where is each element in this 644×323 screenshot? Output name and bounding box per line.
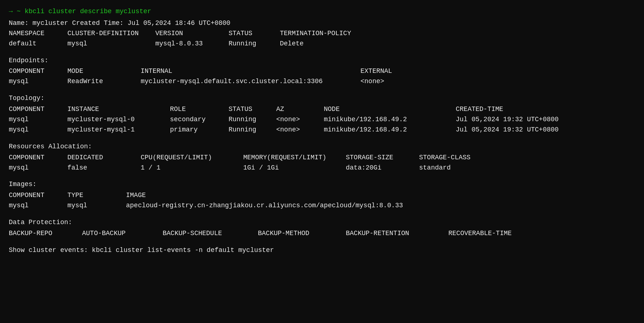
val-rs-storagesize: data:20Gi xyxy=(346,163,419,173)
data-protection-table-headers: BACKUP-REPO AUTO-BACKUP BACKUP-SCHEDULE … xyxy=(9,229,635,239)
col-tp-component-header: COMPONENT xyxy=(9,104,67,115)
val-tp-status-1: Running xyxy=(229,125,276,135)
col-dp-backupretention-header: BACKUP-RETENTION xyxy=(346,229,448,239)
col-terminationpolicy-header: TERMINATION-POLICY xyxy=(280,29,368,39)
val-status: Running xyxy=(229,39,280,49)
topology-section-label: Topology: xyxy=(9,93,635,104)
val-tp-instance-1: mycluster-mysql-1 xyxy=(67,125,170,135)
val-rs-component: mysql xyxy=(9,163,67,173)
prompt-line: → ~ kbcli cluster describe mycluster xyxy=(9,7,635,17)
col-rs-memory-header: MEMORY(REQUEST/LIMIT) xyxy=(243,153,346,163)
col-namespace-header: NAMESPACE xyxy=(9,29,67,39)
col-tp-role-header: ROLE xyxy=(170,104,229,115)
resources-table-headers: COMPONENT DEDICATED CPU(REQUEST/LIMIT) M… xyxy=(9,153,635,163)
col-tp-instance-header: INSTANCE xyxy=(67,104,170,115)
col-dp-backuprepo-header: BACKUP-REPO xyxy=(9,229,82,239)
resources-section-label: Resources Allocation: xyxy=(9,142,635,152)
val-rs-storageclass: standard xyxy=(419,163,492,173)
col-im-component-header: COMPONENT xyxy=(9,190,67,201)
topology-table-row-0: mysql mycluster-mysql-0 secondary Runnin… xyxy=(9,115,635,125)
resources-table-row: mysql false 1 / 1 1Gi / 1Gi data:20Gi st… xyxy=(9,163,635,173)
endpoints-section-label: Endpoints: xyxy=(9,56,635,66)
col-clusterdef-header: CLUSTER-DEFINITION xyxy=(67,29,155,39)
col-im-image-header: IMAGE xyxy=(126,190,456,201)
val-ep-internal: mycluster-mysql.default.svc.cluster.loca… xyxy=(141,77,360,87)
col-dp-backupmethod-header: BACKUP-METHOD xyxy=(258,229,346,239)
val-tp-role-0: secondary xyxy=(170,115,229,125)
val-im-type: mysql xyxy=(67,201,126,211)
col-ep-external-header: EXTERNAL xyxy=(360,66,434,77)
val-tp-component-1: mysql xyxy=(9,125,67,135)
val-tp-status-0: Running xyxy=(229,115,276,125)
col-rs-storageclass-header: STORAGE-CLASS xyxy=(419,153,492,163)
val-ep-component: mysql xyxy=(9,77,67,87)
val-tp-createdtime-0: Jul 05,2024 19:32 UTC+0800 xyxy=(456,115,580,125)
col-tp-status-header: STATUS xyxy=(229,104,276,115)
val-im-component: mysql xyxy=(9,201,67,211)
col-ep-internal-header: INTERNAL xyxy=(141,66,360,77)
val-ep-external: <none> xyxy=(360,77,434,87)
val-tp-instance-0: mycluster-mysql-0 xyxy=(67,115,170,125)
val-tp-node-1: minikube/192.168.49.2 xyxy=(324,125,456,135)
col-rs-cpu-header: CPU(REQUEST/LIMIT) xyxy=(141,153,243,163)
val-ep-mode: ReadWrite xyxy=(67,77,141,87)
footer-line: Show cluster events: kbcli cluster list-… xyxy=(9,245,635,256)
col-status-header: STATUS xyxy=(229,29,280,39)
cluster-info-line: Name: mycluster Created Time: Jul 05,202… xyxy=(9,18,635,29)
cluster-table-headers: NAMESPACE CLUSTER-DEFINITION VERSION STA… xyxy=(9,29,635,39)
col-rs-storagesize-header: STORAGE-SIZE xyxy=(346,153,419,163)
val-tp-az-0: <none> xyxy=(276,115,324,125)
col-rs-dedicated-header: DEDICATED xyxy=(67,153,141,163)
col-tp-createdtime-header: CREATED-TIME xyxy=(456,104,580,115)
col-dp-backupschedule-header: BACKUP-SCHEDULE xyxy=(163,229,258,239)
val-namespace: default xyxy=(9,39,67,49)
images-table-row: mysql mysql apecloud-registry.cn-zhangji… xyxy=(9,201,635,211)
val-tp-node-0: minikube/192.168.49.2 xyxy=(324,115,456,125)
val-im-image: apecloud-registry.cn-zhangjiakou.cr.aliy… xyxy=(126,201,456,211)
terminal-window: → ~ kbcli cluster describe mycluster Nam… xyxy=(9,7,635,256)
col-dp-autobackup-header: AUTO-BACKUP xyxy=(82,229,163,239)
cluster-table-row: default mysql mysql-8.0.33 Running Delet… xyxy=(9,39,635,49)
val-tp-az-1: <none> xyxy=(276,125,324,135)
images-section-label: Images: xyxy=(9,179,635,190)
val-tp-createdtime-1: Jul 05,2024 19:32 UTC+0800 xyxy=(456,125,580,135)
val-rs-memory: 1Gi / 1Gi xyxy=(243,163,346,173)
topology-table-row-1: mysql mycluster-mysql-1 primary Running … xyxy=(9,125,635,135)
col-tp-node-header: NODE xyxy=(324,104,456,115)
endpoints-table-headers: COMPONENT MODE INTERNAL EXTERNAL xyxy=(9,66,635,77)
col-ep-component-header: COMPONENT xyxy=(9,66,67,77)
val-rs-cpu: 1 / 1 xyxy=(141,163,243,173)
col-version-header: VERSION xyxy=(155,29,229,39)
val-tp-component-0: mysql xyxy=(9,115,67,125)
val-version: mysql-8.0.33 xyxy=(155,39,229,49)
images-table-headers: COMPONENT TYPE IMAGE xyxy=(9,190,635,201)
topology-table-headers: COMPONENT INSTANCE ROLE STATUS AZ NODE C… xyxy=(9,104,635,115)
endpoints-table-row: mysql ReadWrite mycluster-mysql.default.… xyxy=(9,77,635,87)
col-im-type-header: TYPE xyxy=(67,190,126,201)
col-tp-az-header: AZ xyxy=(276,104,324,115)
data-protection-section-label: Data Protection: xyxy=(9,218,635,228)
col-ep-mode-header: MODE xyxy=(67,66,141,77)
val-clusterdef: mysql xyxy=(67,39,155,49)
val-terminationpolicy: Delete xyxy=(280,39,368,49)
val-rs-dedicated: false xyxy=(67,163,141,173)
col-rs-component-header: COMPONENT xyxy=(9,153,67,163)
val-tp-role-1: primary xyxy=(170,125,229,135)
col-dp-recoverabletime-header: RECOVERABLE-TIME xyxy=(448,229,544,239)
prompt-arrow: → ~ kbcli cluster describe mycluster xyxy=(9,8,151,15)
